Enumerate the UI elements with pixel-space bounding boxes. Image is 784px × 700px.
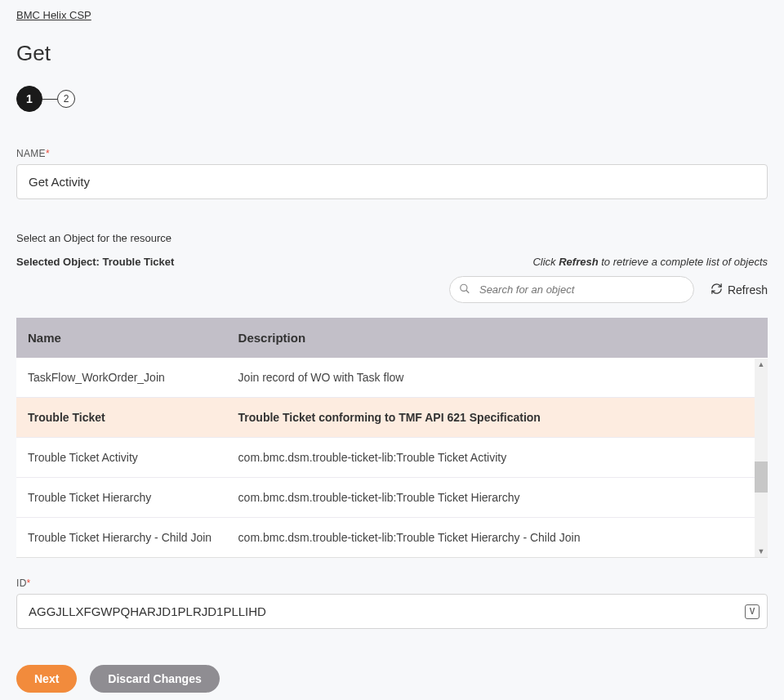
refresh-hint: Click Refresh to retrieve a complete lis… — [532, 256, 768, 268]
page-title: Get — [16, 41, 768, 66]
table-cell-description: Join record of WO with Task flow — [227, 358, 768, 398]
table-row[interactable]: Trouble TicketTrouble Ticket conforming … — [16, 398, 768, 438]
table-cell-description: com.bmc.dsm.trouble-ticket-lib:Trouble T… — [227, 438, 768, 478]
search-icon — [459, 283, 470, 296]
table-cell-description: com.bmc.dsm.trouble-ticket-lib:Trouble T… — [227, 478, 768, 518]
step-2[interactable]: 2 — [57, 90, 75, 108]
objects-table: Name Description TaskFlow_WorkOrder_Join… — [16, 318, 768, 557]
table-cell-description: Trouble Ticket conforming to TMF API 621… — [227, 398, 768, 438]
scrollbar[interactable]: ▲ ▼ — [755, 359, 768, 557]
svg-line-1 — [466, 290, 470, 293]
step-indicator: 1 2 — [16, 86, 768, 112]
selected-object-name: Trouble Ticket — [102, 256, 174, 268]
table-cell-name: Trouble Ticket Hierarchy — [16, 478, 227, 518]
svg-point-0 — [461, 284, 467, 291]
refresh-hint-suffix: to retrieve a complete list of objects — [599, 256, 768, 268]
refresh-button[interactable]: Refresh — [710, 283, 768, 297]
id-label: ID* — [16, 577, 768, 589]
selected-object-line: Selected Object: Trouble Ticket — [16, 256, 174, 268]
table-header-description[interactable]: Description — [227, 318, 768, 358]
table-row[interactable]: TaskFlow_WorkOrder_JoinJoin record of WO… — [16, 358, 768, 398]
variable-icon[interactable]: V — [745, 604, 760, 619]
table-cell-description: com.bmc.dsm.trouble-ticket-lib:Trouble T… — [227, 518, 768, 558]
name-input[interactable] — [16, 164, 768, 199]
required-star: * — [46, 148, 50, 159]
refresh-hint-prefix: Click — [532, 256, 559, 268]
id-label-text: ID — [16, 577, 27, 589]
refresh-icon — [710, 283, 723, 297]
selected-object-prefix: Selected Object: — [16, 256, 102, 268]
table-row[interactable]: Trouble Ticket Hierarchycom.bmc.dsm.trou… — [16, 478, 768, 518]
step-connector — [42, 99, 57, 100]
object-instructions: Select an Object for the resource — [16, 232, 174, 244]
refresh-hint-bold: Refresh — [559, 256, 598, 268]
scroll-up-icon[interactable]: ▲ — [755, 359, 768, 370]
table-cell-name: TaskFlow_WorkOrder_Join — [16, 358, 227, 398]
scrollbar-thumb[interactable] — [755, 461, 768, 493]
table-cell-name: Trouble Ticket Hierarchy - Child Join — [16, 518, 227, 558]
discard-button[interactable]: Discard Changes — [90, 665, 219, 693]
breadcrumb[interactable]: BMC Helix CSP — [16, 9, 91, 21]
step-1[interactable]: 1 — [16, 86, 42, 112]
id-input[interactable] — [16, 594, 768, 629]
table-header-name[interactable]: Name — [16, 318, 227, 358]
next-button[interactable]: Next — [16, 665, 77, 693]
required-star: * — [27, 577, 31, 589]
name-label-text: NAME — [16, 148, 46, 159]
search-input[interactable] — [449, 276, 694, 303]
table-row[interactable]: Trouble Ticket Activitycom.bmc.dsm.troub… — [16, 438, 768, 478]
name-label: NAME* — [16, 148, 768, 159]
table-cell-name: Trouble Ticket Activity — [16, 438, 227, 478]
refresh-label: Refresh — [728, 283, 768, 296]
table-row[interactable]: Trouble Ticket Hierarchy - Child Joincom… — [16, 518, 768, 558]
scroll-down-icon[interactable]: ▼ — [755, 546, 768, 557]
table-cell-name: Trouble Ticket — [16, 398, 227, 438]
objects-table-container: Name Description TaskFlow_WorkOrder_Join… — [16, 318, 768, 558]
